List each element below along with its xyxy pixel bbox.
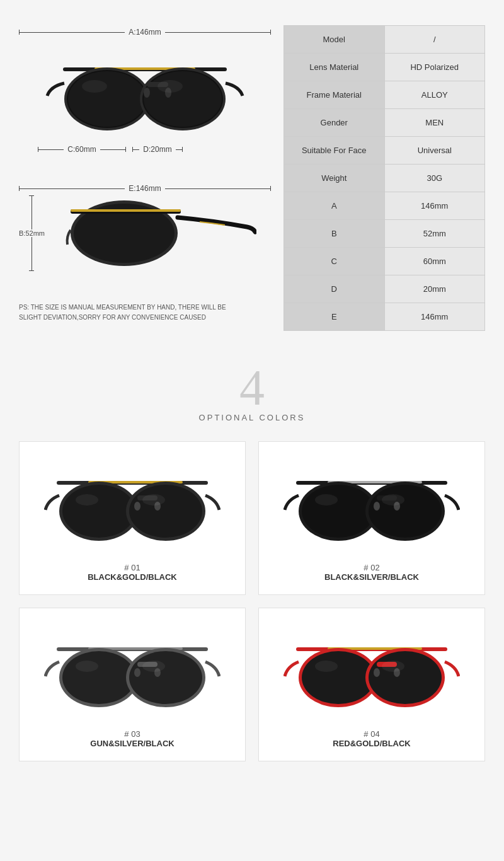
svg-point-48 xyxy=(76,661,98,672)
spec-value: 20mm xyxy=(385,275,485,303)
spec-label: E xyxy=(284,303,385,330)
spec-label: Model xyxy=(284,26,385,53)
spec-row: B 52mm xyxy=(284,220,484,248)
spec-row: E 146mm xyxy=(284,303,484,330)
spec-value: 146mm xyxy=(385,192,485,219)
spec-row: C 60mm xyxy=(284,248,484,275)
color-name: RED&GOLD/BLACK xyxy=(333,739,411,748)
color-number: # 02 xyxy=(364,563,379,572)
spec-value: 52mm xyxy=(385,220,485,247)
color-item-2: # 02 BLACK&SILVER/BLACK xyxy=(258,441,485,595)
spec-label: B xyxy=(284,220,385,247)
spec-row: Frame Material ALLOY xyxy=(284,81,484,109)
colors-label: OPTIONAL COLORS xyxy=(199,413,306,422)
front-sunglass-image xyxy=(44,39,246,140)
svg-point-11 xyxy=(82,80,107,93)
color-item-1: # 01 BLACK&GOLD/BLACK xyxy=(19,441,246,595)
svg-point-49 xyxy=(142,661,165,672)
color-name: GUN&SILVER/BLACK xyxy=(90,739,174,748)
spec-label: A xyxy=(284,192,385,219)
spec-row: Lens Material HD Polarized xyxy=(284,54,484,81)
svg-point-42 xyxy=(62,651,135,704)
svg-point-20 xyxy=(62,485,135,538)
color-sunglass-image xyxy=(284,454,460,555)
svg-point-24 xyxy=(134,502,140,511)
color-sunglass-image xyxy=(44,454,220,555)
spec-row: A 146mm xyxy=(284,192,484,220)
svg-rect-16 xyxy=(71,209,181,212)
spec-label: Weight xyxy=(284,165,385,192)
spec-value: ALLOY xyxy=(385,81,485,108)
color-name: BLACK&GOLD/BLACK xyxy=(88,572,177,582)
b-ruler-v: B:52mm xyxy=(19,195,45,271)
spec-value: Universal xyxy=(385,137,485,164)
b-label: B:52mm xyxy=(19,229,45,237)
c-label: C:60mm xyxy=(64,145,100,154)
spec-row: Suitable For Face Universal xyxy=(284,137,484,165)
svg-point-59 xyxy=(315,661,338,672)
color-sunglass-image xyxy=(284,621,460,722)
svg-point-60 xyxy=(382,661,404,672)
spec-row: Gender MEN xyxy=(284,109,484,137)
svg-point-27 xyxy=(142,494,165,506)
svg-point-35 xyxy=(374,502,380,511)
side-diagram: E:146mm B:52mm xyxy=(19,182,271,271)
spec-row: Model / xyxy=(284,26,484,54)
measurement-note: PS: THE SIZE IS MANUAL MEASUREMENT BY HA… xyxy=(19,303,233,323)
colors-section: 4 OPTIONAL COLORS # 01 BLACK&GOLD/BLA xyxy=(0,344,504,787)
color-number: # 01 xyxy=(124,563,140,572)
svg-point-31 xyxy=(302,485,375,538)
a-ruler: A:146mm xyxy=(19,28,271,37)
svg-point-38 xyxy=(382,494,404,506)
color-name: BLACK&SILVER/BLACK xyxy=(324,572,419,582)
spec-value: / xyxy=(385,26,485,53)
spec-table: Model / Lens Material HD Polarized Frame… xyxy=(284,25,485,331)
a-label: A:146mm xyxy=(125,28,164,37)
c-ruler: C:60mm xyxy=(38,145,126,154)
top-section: A:146mm xyxy=(0,0,504,344)
color-number: # 03 xyxy=(124,729,140,739)
spec-row: Weight 30G xyxy=(284,165,484,192)
svg-point-4 xyxy=(68,71,146,127)
e-ruler: E:146mm xyxy=(19,184,271,193)
svg-point-26 xyxy=(76,494,98,506)
svg-point-33 xyxy=(369,485,442,538)
spec-row: D 20mm xyxy=(284,275,484,303)
spec-value: MEN xyxy=(385,109,485,136)
svg-point-57 xyxy=(374,668,380,677)
svg-point-9 xyxy=(144,88,150,98)
spec-label: Frame Material xyxy=(284,81,385,108)
spec-label: Lens Material xyxy=(284,54,385,81)
side-sunglass-image xyxy=(61,195,263,271)
spec-label: Suitable For Face xyxy=(284,137,385,164)
d-label: D:20mm xyxy=(139,145,175,154)
colors-count: 4 xyxy=(239,362,265,413)
svg-point-53 xyxy=(302,651,375,704)
svg-point-22 xyxy=(129,485,202,538)
colors-grid: # 01 BLACK&GOLD/BLACK # 02 BLACK&SILVER/… xyxy=(19,441,485,761)
svg-point-46 xyxy=(134,668,140,677)
svg-point-44 xyxy=(129,651,202,704)
spec-label: C xyxy=(284,248,385,275)
d-ruler: D:20mm xyxy=(132,145,183,154)
e-label: E:146mm xyxy=(125,184,164,193)
cd-measures: C:60mm D:20mm xyxy=(19,142,271,156)
svg-point-7 xyxy=(144,71,222,127)
svg-point-12 xyxy=(158,80,183,93)
svg-point-37 xyxy=(315,494,338,506)
spec-value: 146mm xyxy=(385,303,485,330)
color-item-4: # 04 RED&GOLD/BLACK xyxy=(258,608,485,761)
side-view-wrapper: B:52mm xyxy=(19,195,271,271)
spec-value: 60mm xyxy=(385,248,485,275)
color-number: # 04 xyxy=(364,729,379,739)
spec-value: HD Polarized xyxy=(385,54,485,81)
spec-label: D xyxy=(284,275,385,303)
spec-label: Gender xyxy=(284,109,385,136)
front-diagram: A:146mm xyxy=(19,25,271,156)
color-item-3: # 03 GUN&SILVER/BLACK xyxy=(19,608,246,761)
diagram-area: A:146mm xyxy=(19,25,271,331)
svg-point-55 xyxy=(369,651,442,704)
spec-value: 30G xyxy=(385,165,485,192)
color-sunglass-image xyxy=(44,621,220,722)
